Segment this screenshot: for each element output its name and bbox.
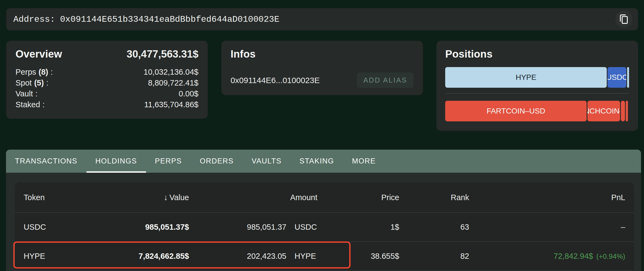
overview-row-value: 0.00$ (179, 88, 199, 99)
position-segment-hype[interactable]: HYPE (445, 67, 606, 88)
tab-orders[interactable]: ORDERS (191, 150, 243, 173)
tab-perps[interactable]: PERPS (146, 150, 191, 173)
sort-desc-icon: ↓ (164, 193, 168, 202)
perps-positions-bar: FARTCOIN–USD NCHCOIN– (445, 101, 629, 121)
amount-cell: 985,051.37USDC (189, 223, 317, 232)
tab-holdings[interactable]: HOLDINGS (86, 150, 146, 173)
value-cell: 985,051.37$ (105, 223, 189, 232)
position-segment-small[interactable] (626, 101, 628, 121)
tab-transactions[interactable]: TRANSACTIONS (6, 150, 86, 173)
overview-row-value: 10,032,136.04$ (144, 67, 199, 77)
positions-card: Positions HYPE USDC FARTCOIN–USD NCHCOIN (436, 41, 638, 131)
holdings-row-hype[interactable]: HYPE 7,824,662.85$ 202,423.05HYPE 38.655… (15, 241, 634, 270)
pnl-cell: 72,842.94$(+0.94%) (469, 252, 625, 261)
address-bar: Address:0x091144E651b334341eaBdBbbfed644… (6, 8, 638, 30)
tab-vaults[interactable]: VAULTS (243, 150, 290, 173)
overview-breakdown: Perps(8): 10,032,136.04$ Spot(5): 8,809,… (16, 67, 199, 110)
main-section: TRANSACTIONS HOLDINGS PERPS ORDERS VAULT… (6, 150, 641, 271)
position-segment-fartcoin[interactable]: FARTCOIN–USD (445, 101, 587, 121)
overview-row-vault: Vault: 0.00$ (16, 88, 199, 99)
position-segment-small[interactable] (627, 67, 629, 88)
copy-address-button[interactable] (615, 11, 633, 28)
short-address: 0x091144E6...0100023E (231, 76, 320, 85)
segment-label: FARTCOIN–USD (487, 107, 545, 115)
holdings-table: Token ↓Value Amount Price Rank PnL USDC … (15, 182, 634, 271)
infos-card: Infos 0x091144E6...0100023E ADD ALIAS (221, 41, 423, 95)
pnl-cell: – (469, 223, 625, 232)
column-header-token[interactable]: Token (24, 193, 105, 202)
column-header-pnl[interactable]: PnL (469, 193, 625, 202)
spot-positions-bar: HYPE USDC (445, 67, 629, 88)
tab-more[interactable]: MORE (343, 150, 385, 173)
page: Address:0x091144E651b334341eaBdBbbfed644… (0, 8, 644, 271)
overview-row-perps: Perps(8): 10,032,136.04$ (16, 67, 199, 77)
infos-title: Infos (231, 48, 414, 60)
address-label: Address: (13, 14, 55, 24)
overview-total-value: 30,477,563.31$ (127, 48, 199, 60)
add-alias-button[interactable]: ADD ALIAS (357, 73, 414, 88)
segment-label: NCHCOIN– (587, 107, 620, 115)
overview-card: Overview 30,477,563.31$ Perps(8): 10,032… (6, 41, 208, 119)
overview-row-value: 11,635,704.86$ (144, 99, 198, 110)
price-cell: 1$ (317, 223, 399, 232)
segment-label: USDC (608, 73, 627, 82)
token-cell: USDC (24, 223, 105, 232)
position-segment-small[interactable] (621, 101, 625, 121)
overview-row-label: Staked: (16, 99, 45, 110)
overview-row-label: Spot(5): (16, 77, 48, 88)
amount-cell: 202,423.05HYPE (189, 252, 317, 261)
segment-label: HYPE (516, 73, 536, 82)
position-segment-usdc[interactable]: USDC (608, 67, 627, 88)
overview-row-staked: Staked: 11,635,704.86$ (16, 99, 199, 110)
column-header-rank[interactable]: Rank (399, 193, 469, 202)
column-header-value[interactable]: ↓Value (105, 193, 189, 202)
rank-cell: 82 (399, 252, 469, 261)
positions-title: Positions (445, 48, 629, 60)
column-header-amount[interactable]: Amount (189, 193, 317, 202)
overview-row-spot: Spot(5): 8,809,722.41$ (16, 77, 199, 88)
tab-staking[interactable]: STAKING (290, 150, 343, 173)
overview-row-value: 8,809,722.41$ (148, 77, 198, 88)
holdings-table-header: Token ↓Value Amount Price Rank PnL (15, 182, 634, 212)
price-cell: 38.655$ (317, 252, 399, 261)
rank-cell: 63 (399, 223, 469, 232)
overview-row-label: Perps(8): (16, 67, 53, 77)
holdings-row-usdc[interactable]: USDC 985,051.37$ 985,051.37USDC 1$ 63 – (15, 212, 634, 241)
overview-title: Overview (16, 48, 62, 60)
address-value: 0x091144E651b334341eaBdBbbfed644aD010002… (60, 14, 280, 24)
column-header-price[interactable]: Price (317, 193, 399, 202)
copy-icon (619, 14, 629, 24)
overview-row-label: Vault: (16, 88, 38, 99)
token-cell: HYPE (24, 252, 105, 261)
summary-cards-row: Overview 30,477,563.31$ Perps(8): 10,032… (6, 41, 638, 131)
position-segment-nchcoin[interactable]: NCHCOIN– (587, 101, 620, 121)
value-cell: 7,824,662.85$ (105, 252, 189, 261)
positions-divider (445, 93, 629, 94)
tabs-bar: TRANSACTIONS HOLDINGS PERPS ORDERS VAULT… (6, 150, 641, 173)
